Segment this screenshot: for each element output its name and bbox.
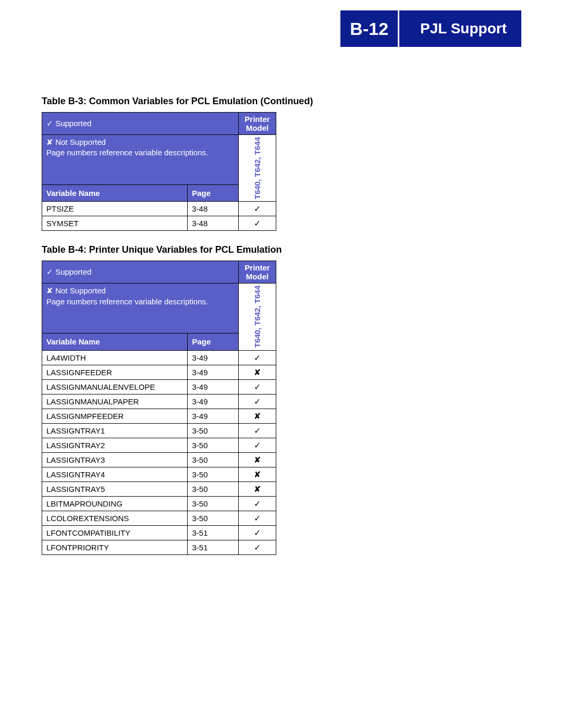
variable-name-cell: LCOLOREXTENSIONS (42, 511, 188, 525)
variable-name-cell: LFONTPRIORITY (42, 540, 188, 554)
support-mark-cell: ✓ (239, 216, 276, 231)
support-mark-cell: ✓ (239, 511, 276, 525)
legend-supported: ✓ Supported (42, 261, 239, 283)
page-cell: 3-50 (188, 496, 239, 511)
page-header: Page (188, 185, 239, 202)
table-row: LASSIGNTRAY53-50✘ (42, 482, 276, 496)
variable-name-cell: LFONTCOMPATIBILITY (42, 525, 188, 540)
page-cell: 3-50 (188, 511, 239, 525)
table-row: LASSIGNMPFEEDER3-49✘ (42, 409, 276, 423)
table-b3-caption: Table B-3: Common Variables for PCL Emul… (42, 96, 521, 107)
page-cell: 3-49 (188, 379, 239, 394)
printer-model-header: Printer Model (239, 261, 276, 283)
table-b4-caption: Table B-4: Printer Unique Variables for … (42, 244, 521, 255)
variable-name-cell: LASSIGNTRAY4 (42, 467, 188, 482)
support-mark-cell: ✘ (239, 452, 276, 467)
support-mark-cell: ✓ (239, 540, 276, 554)
model-column-label: T640, T642, T644 (253, 137, 262, 199)
variable-name-cell: LASSIGNTRAY5 (42, 482, 188, 496)
model-column-header: T640, T642, T644 (239, 283, 276, 350)
legend-supported: ✓ Supported (42, 113, 239, 135)
table-row: PTSIZE3-48✓ (42, 202, 276, 216)
page-cell: 3-50 (188, 467, 239, 482)
support-mark-cell: ✓ (239, 394, 276, 409)
check-icon: ✓ (46, 119, 53, 128)
page-cell: 3-51 (188, 540, 239, 554)
variable-name-cell: PTSIZE (42, 202, 188, 216)
page-header: Page (188, 334, 239, 350)
variable-name-cell: LASSIGNMPFEEDER (42, 409, 188, 423)
legend-supported-label: Supported (55, 267, 91, 276)
support-mark-cell: ✘ (239, 365, 276, 379)
variable-name-cell: LASSIGNTRAY2 (42, 438, 188, 452)
variable-name-header: Variable Name (42, 334, 188, 350)
page-cell: 3-48 (188, 202, 239, 216)
legend-not-supported-label: Not Supported (55, 286, 106, 295)
support-mark-cell: ✓ (239, 202, 276, 216)
table-row: LFONTPRIORITY3-51✓ (42, 540, 276, 554)
page-cell: 3-50 (188, 438, 239, 452)
variable-name-cell: LA4WIDTH (42, 350, 188, 365)
table-b4: ✓ Supported Printer Model ✘ Not Supporte… (42, 261, 276, 554)
variable-name-cell: LASSIGNFEEDER (42, 365, 188, 379)
variable-name-cell: LASSIGNTRAY3 (42, 452, 188, 467)
page-cell: 3-50 (188, 482, 239, 496)
model-column-header: T640, T642, T644 (239, 135, 276, 202)
support-mark-cell: ✓ (239, 525, 276, 540)
table-row: LASSIGNTRAY43-50✘ (42, 467, 276, 482)
variable-name-header: Variable Name (42, 185, 188, 202)
model-column-label: T640, T642, T644 (253, 286, 262, 348)
support-mark-cell: ✓ (239, 379, 276, 394)
page-title: PJL Support (399, 10, 521, 47)
support-mark-cell: ✓ (239, 350, 276, 365)
page-cell: 3-50 (188, 423, 239, 438)
variable-name-cell: LASSIGNTRAY1 (42, 423, 188, 438)
table-row: LASSIGNFEEDER3-49✘ (42, 365, 276, 379)
table-row: LBITMAPROUNDING3-50✓ (42, 496, 276, 511)
support-mark-cell: ✓ (239, 438, 276, 452)
table-row: LASSIGNTRAY23-50✓ (42, 438, 276, 452)
x-icon: ✘ (46, 138, 53, 146)
page-cell: 3-51 (188, 525, 239, 540)
page-cell: 3-49 (188, 409, 239, 423)
check-icon: ✓ (46, 267, 53, 276)
legend-not-supported: ✘ Not Supported Page numbers reference v… (42, 283, 239, 334)
support-mark-cell: ✘ (239, 409, 276, 423)
table-row: LASSIGNMANUALPAPER3-49✓ (42, 394, 276, 409)
table-row: LA4WIDTH3-49✓ (42, 350, 276, 365)
x-icon: ✘ (46, 286, 53, 295)
legend-note: Page numbers reference variable descript… (46, 147, 234, 158)
printer-model-header: Printer Model (239, 113, 276, 135)
support-mark-cell: ✘ (239, 467, 276, 482)
variable-name-cell: LASSIGNMANUALENVELOPE (42, 379, 188, 394)
page-cell: 3-49 (188, 365, 239, 379)
table-row: LASSIGNTRAY33-50✘ (42, 452, 276, 467)
variable-name-cell: SYMSET (42, 216, 188, 231)
page-number-badge: B-12 (340, 10, 399, 47)
variable-name-cell: LASSIGNMANUALPAPER (42, 394, 188, 409)
legend-note: Page numbers reference variable descript… (46, 297, 234, 307)
page-cell: 3-49 (188, 350, 239, 365)
support-mark-cell: ✓ (239, 423, 276, 438)
legend-supported-label: Supported (55, 119, 91, 128)
table-b3: ✓ Supported Printer Model ✘ Not Supporte… (42, 112, 276, 231)
table-row: LCOLOREXTENSIONS3-50✓ (42, 511, 276, 525)
page-cell: 3-49 (188, 394, 239, 409)
table-row: SYMSET3-48✓ (42, 216, 276, 231)
content-area: Table B-3: Common Variables for PCL Emul… (42, 10, 521, 555)
page-header: B-12 PJL Support (340, 10, 521, 47)
table-row: LASSIGNTRAY13-50✓ (42, 423, 276, 438)
legend-not-supported: ✘ Not Supported Page numbers reference v… (42, 135, 239, 185)
support-mark-cell: ✓ (239, 496, 276, 511)
table-row: LASSIGNMANUALENVELOPE3-49✓ (42, 379, 276, 394)
support-mark-cell: ✘ (239, 482, 276, 496)
variable-name-cell: LBITMAPROUNDING (42, 496, 188, 511)
document-page: B-12 PJL Support Table B-3: Common Varia… (0, 0, 563, 728)
page-cell: 3-48 (188, 216, 239, 231)
legend-not-supported-label: Not Supported (55, 138, 106, 146)
table-row: LFONTCOMPATIBILITY3-51✓ (42, 525, 276, 540)
page-cell: 3-50 (188, 452, 239, 467)
